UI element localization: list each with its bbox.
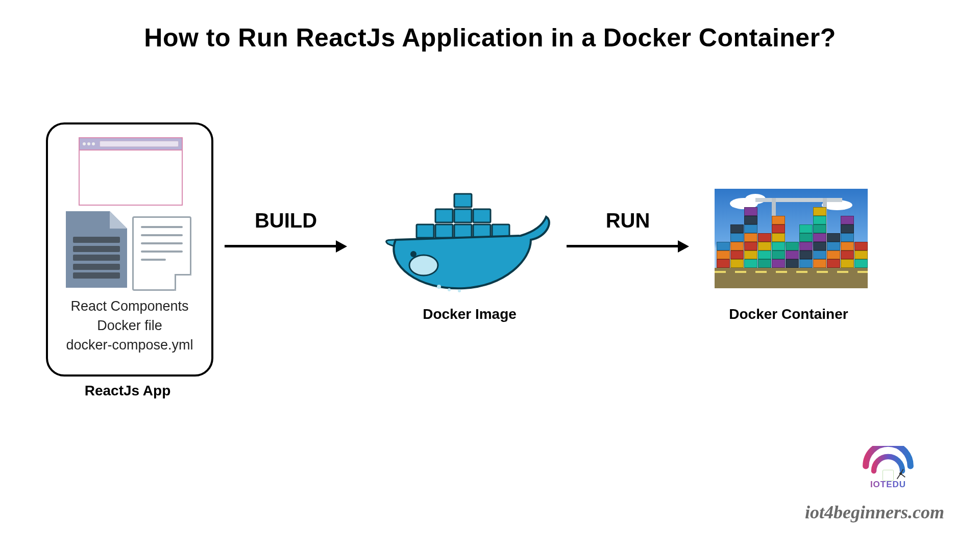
iotedu-logo: IOTEDU [850, 446, 926, 490]
svg-point-12 [448, 288, 451, 291]
docker-whale-icon [378, 189, 561, 296]
run-label: RUN [577, 209, 679, 232]
svg-rect-1 [435, 209, 453, 222]
svg-point-13 [458, 289, 461, 292]
build-label: BUILD [219, 209, 352, 232]
reactjs-app-card: React Components Docker file docker-comp… [46, 122, 213, 377]
svg-rect-4 [416, 224, 434, 238]
svg-point-11 [437, 285, 441, 289]
document-filled-icon [66, 211, 127, 288]
diagram-title: How to Run ReactJs Application in a Dock… [0, 23, 980, 53]
site-watermark: iot4beginners.com [805, 502, 944, 523]
svg-rect-0 [454, 194, 472, 207]
document-outline-icon [132, 216, 191, 291]
svg-rect-2 [454, 209, 472, 222]
file-line: docker-compose.yml [48, 336, 211, 355]
file-line: React Components [48, 297, 211, 316]
docker-container-caption: Docker Container [707, 306, 870, 322]
app-files-list: React Components Docker file docker-comp… [48, 297, 211, 355]
svg-rect-5 [435, 224, 453, 238]
svg-rect-3 [473, 209, 491, 222]
file-line: Docker file [48, 316, 211, 336]
browser-window-icon [79, 137, 183, 206]
logo-brand-text: IOTEDU [850, 480, 926, 490]
container-yard-image [715, 189, 868, 288]
reactjs-app-caption: ReactJs App [46, 383, 209, 399]
svg-point-9 [409, 255, 438, 276]
svg-rect-6 [454, 224, 472, 238]
docker-image-caption: Docker Image [383, 306, 556, 322]
svg-point-10 [410, 251, 416, 257]
